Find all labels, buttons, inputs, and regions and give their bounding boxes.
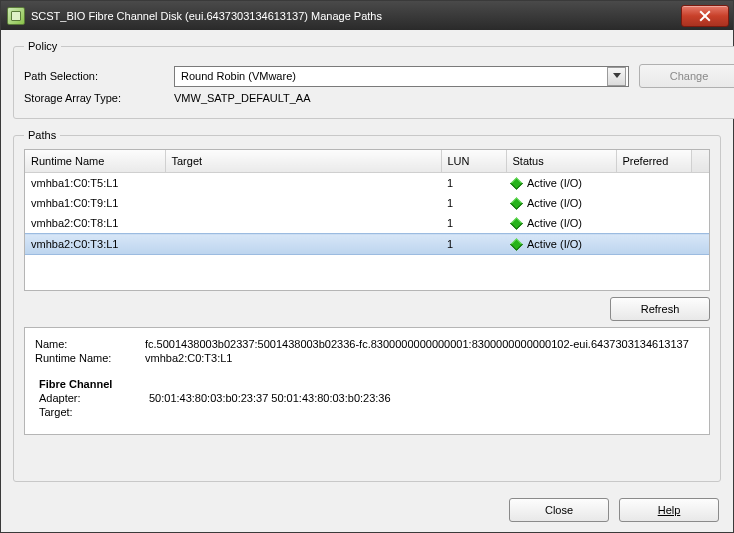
chevron-down-icon xyxy=(607,67,626,86)
detail-target-label: Target: xyxy=(39,406,149,418)
policy-group: Policy Path Selection: Round Robin (VMwa… xyxy=(13,40,734,119)
table-row[interactable]: vmhba1:C0:T9:L11Active (I/O) xyxy=(25,193,709,213)
cell-runtime-name: vmhba1:C0:T9:L1 xyxy=(25,193,165,213)
paths-table-container: Runtime Name Target LUN Status Preferred… xyxy=(24,149,710,291)
policy-legend: Policy xyxy=(24,40,61,52)
close-button[interactable]: Close xyxy=(509,498,609,522)
status-diamond-icon xyxy=(510,238,523,251)
cell-target xyxy=(165,213,441,234)
col-target[interactable]: Target xyxy=(165,150,441,173)
paths-group: Paths Runtime Name Target xyxy=(13,129,721,482)
status-diamond-icon xyxy=(510,197,523,210)
window-close-button[interactable] xyxy=(681,5,729,27)
cell-target xyxy=(165,173,441,194)
cell-status: Active (I/O) xyxy=(506,173,616,194)
cell-preferred xyxy=(616,193,691,213)
close-icon xyxy=(699,10,711,22)
col-spacer xyxy=(691,150,709,173)
detail-runtime-name-label: Runtime Name: xyxy=(35,352,145,364)
storage-array-type-label: Storage Array Type: xyxy=(24,92,174,104)
col-runtime-name[interactable]: Runtime Name xyxy=(25,150,165,173)
cell-status: Active (I/O) xyxy=(506,213,616,234)
status-diamond-icon xyxy=(510,177,523,190)
table-row[interactable]: vmhba2:C0:T8:L11Active (I/O) xyxy=(25,213,709,234)
path-selection-dropdown[interactable]: Round Robin (VMware) xyxy=(174,66,629,87)
cell-lun: 1 xyxy=(441,193,506,213)
manage-paths-dialog: SCST_BIO Fibre Channel Disk (eui.6437303… xyxy=(0,0,734,533)
col-lun[interactable]: LUN xyxy=(441,150,506,173)
detail-runtime-name-value: vmhba2:C0:T3:L1 xyxy=(145,352,232,364)
table-row[interactable]: vmhba1:C0:T5:L11Active (I/O) xyxy=(25,173,709,194)
detail-name-value: fc.5001438003b02337:5001438003b02336-fc.… xyxy=(145,338,689,350)
svg-marker-2 xyxy=(613,73,621,78)
paths-legend: Paths xyxy=(24,129,60,141)
detail-name-label: Name: xyxy=(35,338,145,350)
change-button: Change xyxy=(639,64,734,88)
table-header-row: Runtime Name Target LUN Status Preferred xyxy=(25,150,709,173)
window-title: SCST_BIO Fibre Channel Disk (eui.6437303… xyxy=(31,10,681,22)
cell-preferred xyxy=(616,173,691,194)
path-selection-label: Path Selection: xyxy=(24,70,174,82)
cell-runtime-name: vmhba1:C0:T5:L1 xyxy=(25,173,165,194)
cell-target xyxy=(165,234,441,255)
cell-lun: 1 xyxy=(441,234,506,255)
detail-adapter-label: Adapter: xyxy=(39,392,149,404)
fibre-channel-heading: Fibre Channel xyxy=(39,378,699,390)
col-preferred[interactable]: Preferred xyxy=(616,150,691,173)
detail-adapter-value: 50:01:43:80:03:b0:23:37 50:01:43:80:03:b… xyxy=(149,392,391,404)
col-status[interactable]: Status xyxy=(506,150,616,173)
cell-status: Active (I/O) xyxy=(506,193,616,213)
cell-lun: 1 xyxy=(441,213,506,234)
refresh-button[interactable]: Refresh xyxy=(610,297,710,321)
cell-target xyxy=(165,193,441,213)
cell-preferred xyxy=(616,213,691,234)
cell-status: Active (I/O) xyxy=(506,234,616,255)
cell-preferred xyxy=(616,234,691,255)
table-row[interactable]: vmhba2:C0:T3:L11Active (I/O) xyxy=(25,234,709,255)
cell-runtime-name: vmhba2:C0:T3:L1 xyxy=(25,234,165,255)
status-diamond-icon xyxy=(510,217,523,230)
path-selection-value: Round Robin (VMware) xyxy=(181,70,296,82)
path-details-panel: Name: fc.5001438003b02337:5001438003b023… xyxy=(24,327,710,435)
titlebar[interactable]: SCST_BIO Fibre Channel Disk (eui.6437303… xyxy=(1,1,733,30)
app-icon xyxy=(7,7,25,25)
help-button[interactable]: Help xyxy=(619,498,719,522)
client-area: Policy Path Selection: Round Robin (VMwa… xyxy=(1,30,733,532)
cell-lun: 1 xyxy=(441,173,506,194)
paths-table: Runtime Name Target LUN Status Preferred… xyxy=(25,150,709,255)
dialog-footer: Close Help xyxy=(13,490,721,522)
storage-array-type-value: VMW_SATP_DEFAULT_AA xyxy=(174,92,311,104)
cell-runtime-name: vmhba2:C0:T8:L1 xyxy=(25,213,165,234)
